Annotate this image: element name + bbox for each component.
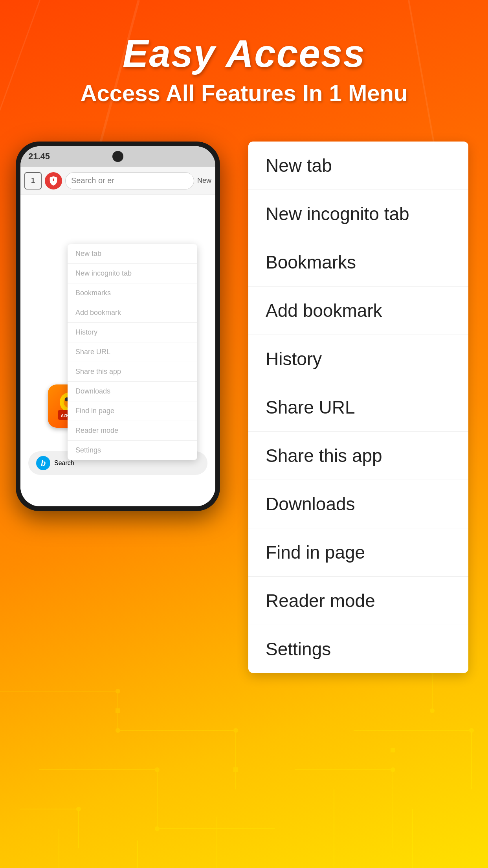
svg-point-23	[470, 728, 473, 732]
phone-menu-item-6[interactable]: Share this app	[68, 362, 197, 382]
phone-screen: 21.45 1 Search or er New	[20, 146, 215, 506]
svg-point-24	[391, 768, 395, 772]
svg-point-22	[430, 709, 434, 713]
menu-item-bookmarks[interactable]: Bookmarks	[248, 238, 468, 287]
phone-menu-item-3[interactable]: Add bookmark	[68, 303, 197, 323]
shield-icon	[48, 175, 59, 186]
svg-rect-32	[391, 748, 395, 752]
phone-menu-item-4[interactable]: History	[68, 323, 197, 342]
menu-item-new-incognito-tab[interactable]: New incognito tab	[248, 190, 468, 238]
main-title: Easy Access	[0, 31, 488, 76]
phone-menu-item-2[interactable]: Bookmarks	[68, 283, 197, 303]
menu-item-reader-mode[interactable]: Reader mode	[248, 577, 468, 625]
shield-button[interactable]	[45, 172, 62, 189]
phone-menu-item-0[interactable]: New tab	[68, 244, 197, 264]
phone-menu-item-1[interactable]: New incognito tab	[68, 264, 197, 283]
menu-item-history[interactable]: History	[248, 335, 468, 383]
phone-menu-item-10[interactable]: Settings	[68, 441, 197, 460]
menu-item-new-tab[interactable]: New tab	[248, 142, 468, 190]
phone-menu-item-8[interactable]: Find in page	[68, 401, 197, 421]
phone-device: 21.45 1 Search or er New	[16, 142, 236, 771]
menu-item-share-this-app[interactable]: Share this app	[248, 432, 468, 480]
phone-menu-item-5[interactable]: Share URL	[68, 342, 197, 362]
bing-logo: b	[36, 456, 50, 470]
bottom-search-text: Search	[54, 460, 74, 467]
phone-outer-frame: 21.45 1 Search or er New	[16, 142, 220, 511]
menu-item-settings[interactable]: Settings	[248, 625, 468, 673]
browser-toolbar: 1 Search or er New	[20, 167, 215, 195]
tab-count-label: 1	[31, 177, 35, 185]
header-section: Easy Access Access All Features In 1 Men…	[0, 31, 488, 106]
phone-menu-item-7[interactable]: Downloads	[68, 382, 197, 401]
menu-item-downloads[interactable]: Downloads	[248, 480, 468, 528]
svg-point-19	[155, 827, 159, 831]
menu-item-share-url[interactable]: Share URL	[248, 383, 468, 432]
search-placeholder: Search or er	[71, 176, 114, 185]
status-bar: 21.45	[20, 146, 215, 167]
camera-hole	[112, 151, 123, 162]
menu-item-add-bookmark[interactable]: Add bookmark	[248, 287, 468, 335]
menu-item-find-in-page[interactable]: Find in page	[248, 528, 468, 577]
new-tab-label-small: New	[197, 177, 211, 185]
sub-title: Access All Features In 1 Menu	[0, 80, 488, 106]
tab-count-button[interactable]: 1	[24, 172, 42, 189]
status-time: 21.45	[28, 151, 50, 162]
phone-menu-overlay: New tabNew incognito tabBookmarksAdd boo…	[68, 244, 197, 460]
main-dropdown-menu: New tabNew incognito tabBookmarksAdd boo…	[248, 142, 468, 673]
phone-menu-item-9[interactable]: Reader mode	[68, 421, 197, 441]
svg-point-20	[77, 807, 81, 811]
search-bar[interactable]: Search or er	[65, 172, 194, 189]
